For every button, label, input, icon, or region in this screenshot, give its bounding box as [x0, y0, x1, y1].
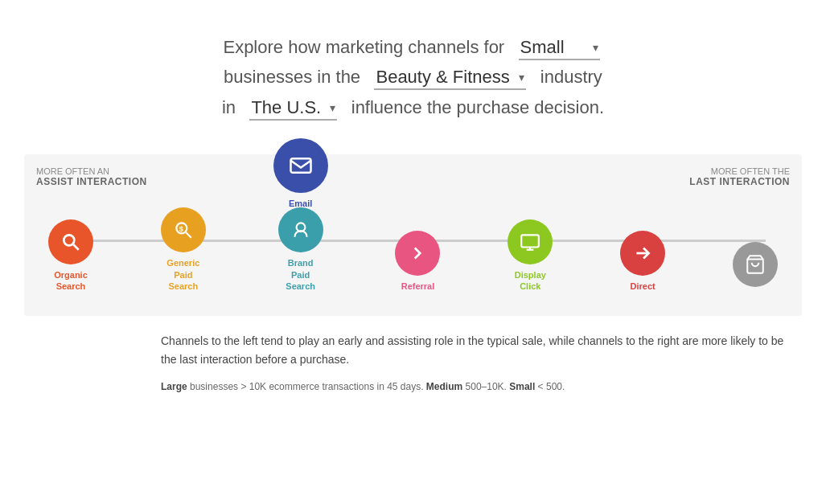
display-icon [520, 232, 540, 252]
footnote: Large businesses > 10K ecommerce transac… [24, 381, 802, 392]
channel-node-brand-paid[interactable]: BrandPaidSearch [278, 207, 323, 292]
svg-line-3 [186, 233, 191, 239]
channel-node-email[interactable]: Email [273, 138, 328, 209]
channel-node-generic-paid[interactable]: $ GenericPaidSearch [161, 207, 206, 292]
assist-label: MORE OFTEN AN ASSIST INTERACTION [36, 166, 147, 187]
svg-rect-7 [521, 235, 539, 247]
in-text: in [222, 97, 236, 117]
paid-search-icon: $ [173, 219, 194, 240]
display-click-circle[interactable] [508, 219, 553, 264]
last-interaction-label: MORE OFTEN THE LAST INTERACTION [689, 166, 790, 187]
medium-text: 500–10K. [462, 381, 507, 392]
brand-paid-label: BrandPaidSearch [286, 257, 315, 292]
page-container: Explore how marketing channels for Small… [0, 0, 826, 408]
small-label: Small [509, 381, 535, 392]
email-circle[interactable] [273, 138, 328, 193]
svg-text:$: $ [179, 224, 183, 233]
display-click-label: DisplayClick [515, 269, 546, 293]
svg-line-1 [73, 244, 79, 250]
description-section: Channels to the left tend to play an ear… [24, 332, 802, 369]
diagram-labels: MORE OFTEN AN ASSIST INTERACTION MORE OF… [36, 166, 790, 187]
brand-icon [290, 219, 311, 240]
referral-icon [407, 243, 428, 264]
email-brand-group: Email BrandPaidSearch [273, 138, 328, 292]
region-select[interactable]: The U.S. Global Europe [249, 97, 337, 121]
small-text: < 500. [535, 381, 565, 392]
region-select-wrapper[interactable]: The U.S. Global Europe [249, 97, 337, 121]
channel-node-display-click[interactable]: DisplayClick [508, 219, 553, 293]
large-label: Large [161, 381, 187, 392]
cart-circle[interactable] [733, 242, 778, 287]
industry-select-wrapper[interactable]: Beauty & Fitness Technology Finance [374, 67, 526, 90]
channel-node-direct[interactable]: Direct [620, 231, 665, 292]
generic-paid-label: GenericPaidSearch [166, 257, 199, 292]
description-text: Channels to the left tend to play an ear… [161, 332, 802, 369]
prefix-text-1: Explore how marketing channels for [223, 37, 504, 57]
direct-icon [632, 243, 653, 264]
size-select-wrapper[interactable]: Small Medium Large [519, 37, 600, 60]
organic-search-circle[interactable] [48, 219, 93, 264]
header-line1: Explore how marketing channels for Small… [32, 32, 794, 62]
industry-suffix: industry [540, 67, 602, 87]
email-icon [289, 154, 313, 178]
influence-text: influence the purchase decision. [351, 97, 604, 117]
header-line3: in The U.S. Global Europe influence the … [32, 92, 794, 122]
nodes-container: OrganicSearch $ GenericPaidSearch [36, 195, 790, 292]
direct-label: Direct [631, 281, 655, 292]
channel-node-referral[interactable]: Referral [395, 231, 440, 292]
industry-select[interactable]: Beauty & Fitness Technology Finance [374, 67, 526, 90]
medium-label: Medium [426, 381, 462, 392]
channel-node-organic-search[interactable]: OrganicSearch [48, 219, 93, 293]
direct-circle[interactable] [620, 231, 665, 276]
header-section: Explore how marketing channels for Small… [0, 16, 826, 146]
channel-line-container: OrganicSearch $ GenericPaidSearch [36, 195, 790, 292]
prefix-text-2: businesses in the [224, 67, 360, 87]
large-text: businesses > 10K ecommerce transactions … [187, 381, 424, 392]
diagram-section: MORE OFTEN AN ASSIST INTERACTION MORE OF… [24, 154, 802, 316]
generic-paid-circle[interactable]: $ [161, 207, 206, 252]
header-line2: businesses in the Beauty & Fitness Techn… [32, 62, 794, 92]
referral-circle[interactable] [395, 231, 440, 276]
svg-point-0 [64, 235, 74, 245]
size-select[interactable]: Small Medium Large [519, 37, 600, 60]
referral-label: Referral [401, 281, 435, 292]
cart-icon [745, 254, 766, 275]
search-icon [60, 232, 81, 252]
svg-rect-5 [290, 158, 310, 173]
organic-search-label: OrganicSearch [54, 269, 88, 293]
brand-paid-circle[interactable] [278, 207, 323, 252]
channel-node-cart[interactable] [733, 242, 778, 292]
